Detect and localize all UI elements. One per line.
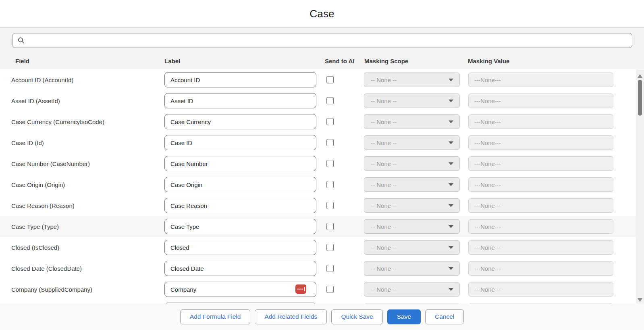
- send-to-ai-checkbox[interactable]: [326, 118, 334, 125]
- password-extension-icon[interactable]: [295, 284, 306, 294]
- masking-scope-dropdown[interactable]: -- None --: [364, 156, 460, 171]
- table-row: Asset ID (AssetId) -- None --: [0, 90, 636, 111]
- label-input[interactable]: [164, 219, 316, 234]
- masking-value-input: [468, 282, 613, 297]
- label-input[interactable]: [164, 282, 316, 297]
- label-input[interactable]: [164, 93, 316, 108]
- masking-scope-dropdown[interactable]: -- None --: [364, 282, 460, 297]
- label-input[interactable]: [164, 156, 316, 171]
- chevron-down-icon: [449, 225, 453, 228]
- send-to-ai-checkbox[interactable]: [326, 181, 334, 188]
- masking-scope-dropdown[interactable]: -- None --: [364, 177, 460, 192]
- masking-scope-dropdown[interactable]: -- None --: [364, 219, 460, 234]
- chevron-down-icon: [449, 204, 453, 207]
- table-row: Case ID (Id) -- None --: [0, 132, 636, 153]
- masking-value-input: [468, 177, 613, 192]
- send-to-ai-checkbox[interactable]: [326, 76, 334, 83]
- masking-scope-value: -- None --: [371, 265, 397, 272]
- column-header-masking-value: Masking Value: [468, 58, 509, 64]
- cancel-button[interactable]: Cancel: [425, 309, 464, 324]
- masking-value-input: [468, 93, 613, 108]
- chevron-down-icon: [449, 100, 453, 102]
- field-api-name: Account ID (AccountId): [11, 77, 73, 83]
- send-to-ai-checkbox[interactable]: [326, 286, 334, 293]
- chevron-down-icon: [449, 288, 453, 291]
- masking-scope-dropdown[interactable]: -- None --: [364, 261, 460, 276]
- field-api-name: Case ID (Id): [11, 139, 44, 146]
- masking-scope-value: -- None --: [371, 160, 397, 167]
- masking-scope-dropdown[interactable]: -- None --: [364, 198, 460, 213]
- table-row: Case Reason (Reason) -- None --: [0, 195, 636, 216]
- field-api-name: Case Origin (Origin): [11, 181, 65, 188]
- send-to-ai-checkbox[interactable]: [326, 139, 334, 146]
- masking-scope-value: -- None --: [371, 181, 397, 188]
- table-row: Case Origin (Origin) -- None --: [0, 174, 636, 195]
- field-api-name: Case Type (Type): [11, 223, 59, 230]
- chevron-down-icon: [449, 162, 453, 165]
- field-api-name: Closed (IsClosed): [11, 244, 59, 251]
- label-input[interactable]: [164, 261, 316, 276]
- send-to-ai-checkbox[interactable]: [326, 244, 334, 251]
- search-box[interactable]: [12, 33, 632, 48]
- chevron-down-icon: [449, 246, 453, 249]
- table-row: Closed Date (ClosedDate) -- None --: [0, 258, 636, 279]
- masking-value-input: [468, 240, 613, 255]
- send-to-ai-checkbox[interactable]: [326, 160, 334, 167]
- label-input[interactable]: [164, 114, 316, 129]
- search-input[interactable]: [28, 33, 632, 48]
- label-input[interactable]: [164, 135, 316, 150]
- masking-value-input: [468, 135, 613, 150]
- scroll-up-arrow-icon[interactable]: [638, 74, 642, 78]
- title-bar: Case: [0, 0, 644, 28]
- label-input[interactable]: [164, 72, 316, 87]
- table-row: Case Number (CaseNumber) -- None --: [0, 153, 636, 174]
- masking-scope-value: -- None --: [371, 98, 397, 104]
- scrollbar-thumb[interactable]: [638, 80, 642, 116]
- add-related-fields-button[interactable]: Add Related Fields: [255, 309, 327, 324]
- field-api-name: Case Number (CaseNumber): [11, 160, 90, 167]
- table-row: Case Type (Type) -- None --: [0, 216, 636, 237]
- column-header-send-to-ai: Send to AI: [325, 58, 355, 64]
- send-to-ai-checkbox[interactable]: [326, 265, 334, 272]
- add-formula-field-button[interactable]: Add Formula Field: [180, 309, 251, 324]
- masking-scope-dropdown[interactable]: -- None --: [364, 240, 460, 255]
- quick-save-button[interactable]: Quick Save: [331, 309, 382, 324]
- label-input[interactable]: [164, 177, 316, 192]
- chevron-down-icon: [449, 141, 453, 144]
- chevron-down-icon: [449, 183, 453, 186]
- column-header-field: Field: [15, 58, 29, 64]
- masking-scope-dropdown[interactable]: -- None --: [364, 93, 460, 108]
- masking-scope-value: -- None --: [371, 77, 397, 83]
- masking-scope-dropdown[interactable]: -- None --: [364, 114, 460, 129]
- masking-value-input: [468, 261, 613, 276]
- masking-scope-value: -- None --: [371, 202, 397, 209]
- field-api-name: Company (SuppliedCompany): [11, 286, 92, 293]
- field-api-name: Case Currency (CurrencyIsoCode): [11, 118, 104, 125]
- column-header-masking-scope: Masking Scope: [364, 58, 408, 64]
- table-row: Closed (IsClosed) -- None --: [0, 237, 636, 258]
- label-input[interactable]: [164, 240, 316, 255]
- masking-scope-value: -- None --: [371, 244, 397, 251]
- masking-value-input: [468, 219, 613, 234]
- field-api-name: Closed Date (ClosedDate): [11, 265, 82, 272]
- toolbar: Field Label Send to AI Masking Scope Mas…: [0, 28, 644, 69]
- send-to-ai-checkbox[interactable]: [326, 223, 334, 230]
- scroll-down-arrow-icon[interactable]: [638, 298, 642, 302]
- masking-scope-dropdown[interactable]: -- None --: [364, 73, 460, 87]
- column-header-label: Label: [164, 58, 180, 64]
- field-api-name: Case Reason (Reason): [11, 202, 75, 209]
- column-headers: Field Label Send to AI Masking Scope Mas…: [0, 58, 644, 66]
- masking-scope-dropdown[interactable]: -- None --: [364, 135, 460, 150]
- masking-scope-value: -- None --: [371, 223, 397, 230]
- action-bar: Add Formula FieldAdd Related FieldsQuick…: [0, 303, 644, 330]
- chevron-down-icon: [449, 79, 453, 81]
- masking-value-input: [468, 73, 613, 87]
- field-table: Account ID (AccountId) -- None -- Asset …: [0, 69, 636, 303]
- table-row: Company (SuppliedCompany) -- None --: [0, 279, 636, 300]
- label-input[interactable]: [164, 198, 316, 213]
- save-button[interactable]: Save: [387, 309, 421, 324]
- send-to-ai-checkbox[interactable]: [326, 202, 334, 209]
- masking-value-input: [468, 156, 613, 171]
- vertical-scrollbar[interactable]: [636, 69, 644, 303]
- send-to-ai-checkbox[interactable]: [326, 97, 334, 104]
